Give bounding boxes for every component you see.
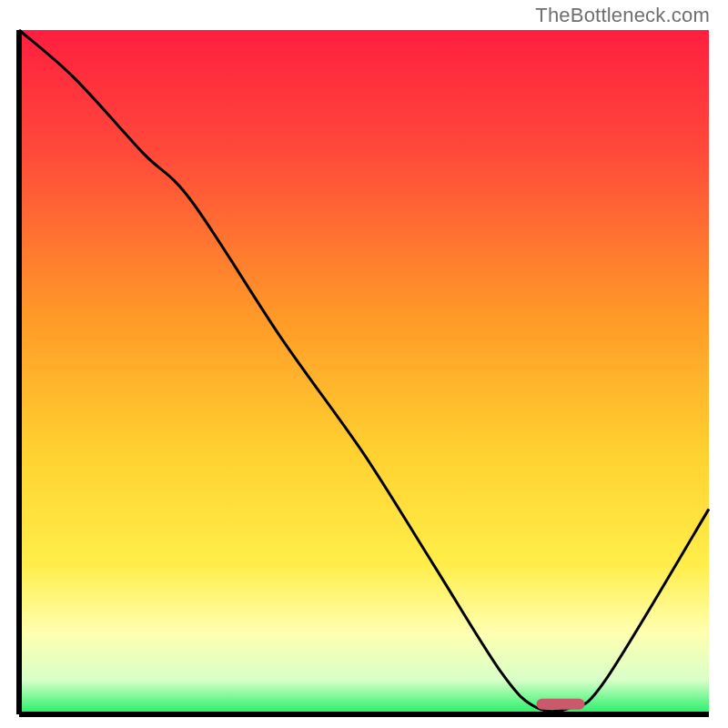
heatmap-rect [19, 30, 709, 714]
chart-frame: TheBottleneck.com [0, 0, 728, 728]
bottleneck-plot [16, 27, 712, 717]
watermark-text: TheBottleneck.com [535, 4, 710, 27]
chart-svg [16, 27, 712, 717]
optimal-marker [537, 699, 585, 710]
